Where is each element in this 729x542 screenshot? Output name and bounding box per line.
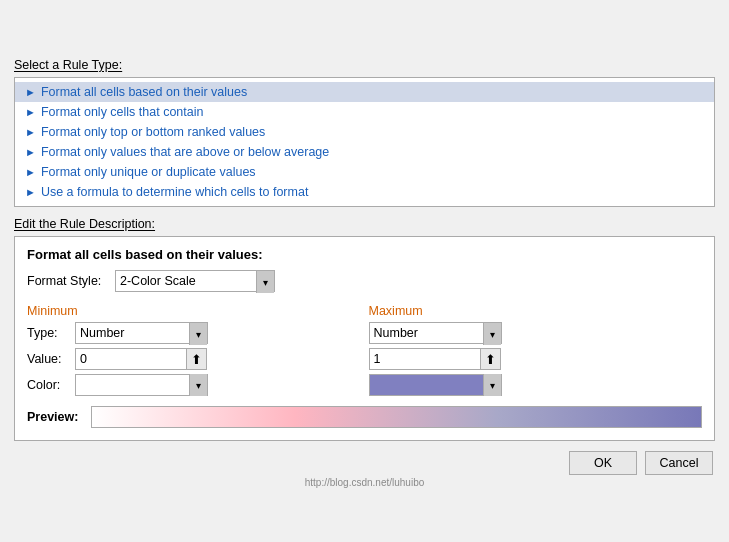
rule-list-box: ►Format all cells based on their values►… [14,77,715,207]
max-value-row: ⬆ [369,348,703,370]
cancel-button[interactable]: Cancel [645,451,713,475]
rule-all-cells[interactable]: ►Format all cells based on their values [15,82,714,102]
rule-all-cells-label: Format all cells based on their values [41,85,247,99]
max-value-input-wrapper: ⬆ [369,348,501,370]
max-color-dropdown-icon[interactable]: ▾ [483,374,501,396]
rule-above-below[interactable]: ►Format only values that are above or be… [15,142,714,162]
dialog: Select a Rule Type: ►Format all cells ba… [0,46,729,496]
rule-unique-duplicate[interactable]: ►Format only unique or duplicate values [15,162,714,182]
ok-button[interactable]: OK [569,451,637,475]
max-value-input[interactable] [370,349,480,369]
rule-cells-contain-label: Format only cells that contain [41,105,204,119]
min-type-dropdown-icon[interactable]: ▾ [189,323,207,345]
min-color-label: Color: [27,378,75,392]
format-style-select[interactable]: 2-Color Scale ▾ [115,270,275,292]
max-color-select[interactable]: ▾ [369,374,502,396]
min-value-row: Value: ⬆ [27,348,361,370]
watermark: http://blog.csdn.net/luhuibo [14,477,715,488]
buttons-row: OK Cancel [14,451,715,475]
preview-row: Preview: [27,406,702,428]
max-type-row: Number ▾ [369,322,703,344]
max-color-row: ▾ [369,374,703,396]
preview-label: Preview: [27,410,87,424]
min-value-spin-btn[interactable]: ⬆ [186,349,206,369]
format-style-dropdown-icon[interactable]: ▾ [256,271,274,293]
format-style-value: 2-Color Scale [120,274,196,288]
edit-rule-label: Edit the Rule Description: [14,217,715,231]
rule-above-below-arrow: ► [25,146,36,158]
rule-formula[interactable]: ►Use a formula to determine which cells … [15,182,714,202]
rule-cells-contain[interactable]: ►Format only cells that contain [15,102,714,122]
format-style-label: Format Style: [27,274,107,288]
rule-all-cells-arrow: ► [25,86,36,98]
rule-top-bottom-label: Format only top or bottom ranked values [41,125,265,139]
rule-unique-duplicate-label: Format only unique or duplicate values [41,165,256,179]
max-type-select[interactable]: Number ▾ [369,322,502,344]
min-value-input-wrapper: ⬆ [75,348,207,370]
format-style-row: Format Style: 2-Color Scale ▾ [27,270,702,292]
min-header: Minimum [27,304,361,318]
rule-cells-contain-arrow: ► [25,106,36,118]
max-type-value: Number [374,326,418,340]
min-type-select[interactable]: Number ▾ [75,322,208,344]
rule-top-bottom-arrow: ► [25,126,36,138]
rule-unique-duplicate-arrow: ► [25,166,36,178]
min-color-select[interactable]: ▾ [75,374,208,396]
rule-formula-label: Use a formula to determine which cells t… [41,185,308,199]
max-column: Maximum Number ▾ ⬆ ▾ [369,304,703,400]
max-value-spin-btn[interactable]: ⬆ [480,349,500,369]
min-color-swatch [76,375,189,395]
rule-top-bottom[interactable]: ►Format only top or bottom ranked values [15,122,714,142]
min-column: Minimum Type: Number ▾ Value: ⬆ [27,304,361,400]
rule-formula-arrow: ► [25,186,36,198]
desc-title: Format all cells based on their values: [27,247,702,262]
select-rule-label: Select a Rule Type: [14,58,715,72]
min-value-input[interactable] [76,349,186,369]
min-type-label: Type: [27,326,75,340]
min-max-section: Minimum Type: Number ▾ Value: ⬆ [27,304,702,400]
min-color-dropdown-icon[interactable]: ▾ [189,374,207,396]
desc-box: Format all cells based on their values: … [14,236,715,441]
min-type-value: Number [80,326,124,340]
max-type-dropdown-icon[interactable]: ▾ [483,323,501,345]
rule-above-below-label: Format only values that are above or bel… [41,145,329,159]
min-type-row: Type: Number ▾ [27,322,361,344]
preview-bar [91,406,702,428]
max-header: Maximum [369,304,703,318]
min-value-label: Value: [27,352,75,366]
min-color-row: Color: ▾ [27,374,361,396]
max-color-swatch [370,375,483,395]
